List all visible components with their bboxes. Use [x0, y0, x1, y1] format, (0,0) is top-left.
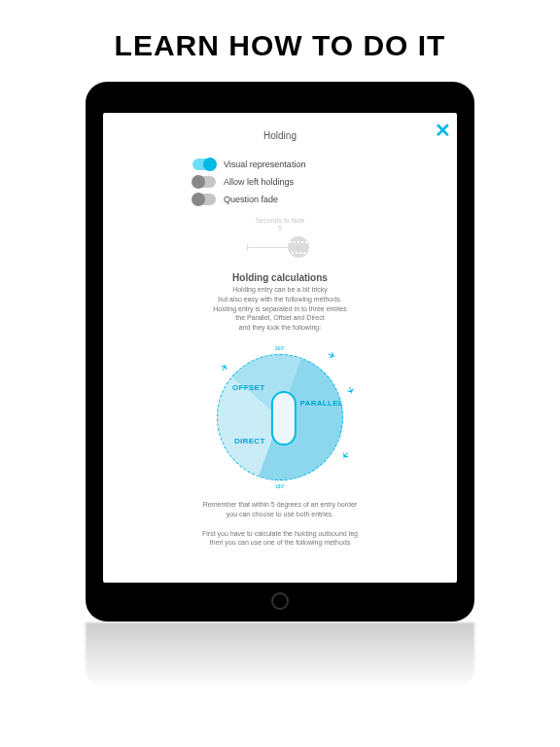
setting-label: Allow left holdings [224, 177, 294, 187]
screen-title: Holding [119, 130, 441, 141]
fade-caption: Seconds to fade [249, 217, 311, 224]
diagram-label-parallel: PARALLEL [300, 399, 343, 408]
arrow-icon: ✈ [344, 385, 357, 396]
fade-block: Seconds to fade 5 [249, 217, 311, 259]
calc-title: Holding calculations [119, 272, 441, 283]
toggle-allow-left-holdings[interactable] [192, 176, 216, 188]
setting-label: Question fade [224, 195, 278, 204]
setting-question-fade: Question fade [192, 194, 368, 205]
toggle-question-fade[interactable] [192, 194, 216, 205]
arrow-icon: ✈ [326, 349, 337, 362]
settings-list: Visual representation Allow left holding… [192, 153, 368, 211]
grid-icon [288, 236, 309, 258]
setting-visual-representation: Visual representation [192, 159, 368, 170]
calc-text: Holding entry can be a bit tricky but al… [213, 285, 346, 333]
fade-value: 5 [249, 225, 311, 231]
diagram-degree-north: 360° [275, 345, 285, 351]
note-border-degrees: Remember that within 5 degrees of an ent… [203, 500, 357, 519]
tablet-screen: ✕ Holding Visual representation Allow le… [103, 113, 457, 583]
home-button[interactable] [271, 592, 289, 610]
toggle-visual-representation[interactable] [192, 159, 216, 170]
close-icon[interactable]: ✕ [435, 119, 451, 142]
racetrack-icon [271, 391, 297, 445]
note-outbound-leg: First you have to calculate the holding … [202, 529, 358, 549]
fade-slider[interactable] [249, 235, 311, 259]
arrow-icon: ✈ [338, 449, 352, 462]
diagram-label-offset: OFFSET [232, 383, 264, 392]
diagram-label-direct: DIRECT [234, 437, 265, 445]
tablet-frame: ✕ Holding Visual representation Allow le… [86, 82, 474, 622]
page-headline: LEARN HOW TO DO IT [115, 29, 446, 62]
setting-allow-left-holdings: Allow left holdings [192, 176, 368, 188]
diagram-degree-south: 180° [275, 483, 285, 489]
setting-label: Visual representation [224, 160, 305, 169]
holding-diagram: OFFSET PARALLEL DIRECT 360° 180° ✈ ✈ ✈ ✈ [119, 344, 441, 490]
arrow-icon: ✈ [218, 361, 231, 373]
tablet-reflection [86, 622, 474, 689]
